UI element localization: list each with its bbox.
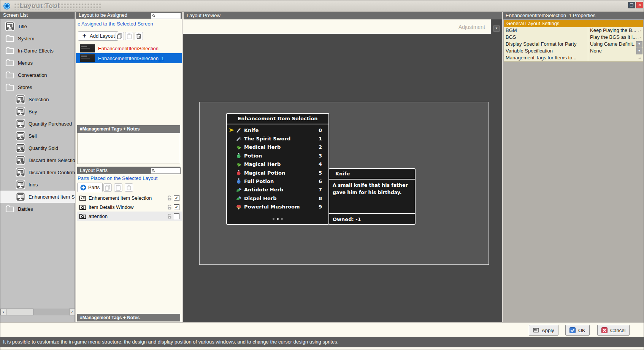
status-bar: It is possible to customize the in-game … — [0, 337, 644, 347]
sidebar-item-in-game-effects[interactable]: In-Game Effects — [0, 45, 75, 57]
parts-link[interactable]: Parts Placed on the Selected Layout — [78, 175, 181, 181]
layout-item-enhancementitemselection[interactable]: EnhancementItemSelection — [76, 43, 182, 53]
property-label: Management Tags for Items to... — [504, 54, 588, 61]
sidebar-item-label: Selection — [29, 97, 49, 102]
detail-arrow-icon[interactable]: → — [636, 27, 642, 33]
scroll-left-icon[interactable]: ‹ — [0, 309, 6, 315]
apply-button[interactable]: Apply — [529, 325, 558, 336]
sidebar-item-battles[interactable]: Battles — [0, 203, 75, 215]
x-icon — [601, 327, 608, 333]
parts-search-input[interactable] — [156, 169, 180, 173]
page-dots — [227, 214, 328, 221]
sidebar-item-label: Battles — [18, 206, 33, 212]
flask-blue-icon — [236, 178, 242, 184]
cancel-button[interactable]: Cancel — [597, 325, 630, 336]
title-bar[interactable]: Layout Tool ❐ ✕ — [0, 0, 644, 12]
layout-preview-canvas[interactable]: Enhancement Item Selection Knife0The Spi… — [183, 34, 502, 322]
property-value-text: Play the BGS as it i... — [590, 34, 637, 40]
property-value[interactable]: Play the BGS as it i...→ — [588, 34, 643, 41]
ok-button[interactable]: OK — [565, 325, 590, 336]
item-detail-window[interactable]: Knife A small knife that his father gave… — [328, 168, 416, 225]
game-item-index: 6 — [319, 178, 322, 184]
sidebar-item-label: System — [18, 36, 34, 41]
dropdown-icon[interactable]: ▼ — [636, 48, 642, 54]
screen-icon — [16, 143, 25, 153]
toolbar-overflow-icon[interactable]: ▼ — [493, 25, 500, 32]
sidebar-item-selection[interactable]: Selection — [0, 93, 75, 105]
delete-part-icon[interactable] — [125, 183, 133, 192]
assigned-search-box[interactable] — [151, 13, 181, 19]
folder-icon — [5, 58, 15, 68]
part-list-icon — [79, 195, 86, 201]
sidebar-item-system[interactable]: System — [0, 32, 75, 45]
sidebar-item-discard-item-confirm[interactable]: Discard Item Confirm — [0, 166, 75, 178]
scroll-right-icon[interactable]: › — [69, 309, 75, 315]
sidebar-item-sell[interactable]: Sell — [0, 130, 75, 142]
sidebar-item-stores[interactable]: Stores — [0, 81, 75, 93]
sidebar-item-label: Quantity Sold — [29, 145, 58, 151]
paste-part-icon[interactable] — [114, 183, 122, 192]
property-value[interactable]: → — [588, 54, 643, 61]
assigned-link[interactable]: e Assigned to the Selected Screen — [78, 21, 181, 27]
add-parts-button[interactable]: Parts — [77, 183, 103, 192]
game-item-full-potion: Full Potion6 — [227, 177, 328, 185]
assigned-search-input[interactable] — [156, 14, 181, 18]
bottom-strip — [0, 347, 644, 350]
paste-layout-icon[interactable] — [125, 32, 133, 40]
part-item-attention[interactable]: attention — [77, 212, 182, 221]
scroll-thumb[interactable] — [6, 309, 33, 315]
part-item-item-details-window[interactable]: Item Details Window✓ — [77, 202, 182, 212]
parts-search-box[interactable] — [151, 167, 181, 174]
screen-icon — [16, 107, 25, 116]
add-layout-button[interactable]: ＋ Add Layout — [78, 31, 118, 41]
screen-list-hscrollbar[interactable]: ‹ › — [0, 309, 75, 315]
page-dot — [273, 218, 274, 220]
adjustment-label: Adjustment — [458, 24, 485, 30]
sidebar-item-title[interactable]: Title — [0, 20, 75, 32]
lock-open-icon[interactable] — [167, 213, 172, 219]
copy-part-icon[interactable] — [103, 183, 112, 192]
sidebar-item-menus[interactable]: Menus — [0, 57, 75, 69]
minimize-button[interactable]: ❐ — [628, 2, 635, 8]
cursor-slot — [229, 196, 235, 200]
layout-item-enhancementitemselection-1[interactable]: EnhancementItemSelection_1 — [76, 53, 182, 63]
dropdown-icon[interactable]: ▼ — [636, 41, 642, 48]
layout-parts-label: Layout Parts — [80, 167, 108, 173]
checkbox-checked[interactable]: ✓ — [174, 195, 179, 201]
detail-arrow-icon[interactable]: → — [636, 54, 642, 61]
checkbox-checked[interactable]: ✓ — [174, 204, 179, 210]
item-selection-window[interactable]: Enhancement Item Selection Knife0The Spi… — [226, 113, 329, 225]
cursor-slot — [229, 188, 235, 192]
copy-layout-icon[interactable] — [116, 32, 124, 40]
layout-thumbnail — [80, 44, 95, 52]
game-item-index: 4 — [319, 161, 322, 167]
sidebar-item-conversation[interactable]: Conversation — [0, 69, 75, 81]
sidebar-item-quantity-sold[interactable]: Quantity Sold — [0, 142, 75, 154]
sidebar-item-discard-item-selectio[interactable]: Discard Item Selectio — [0, 154, 75, 166]
check-icon — [569, 327, 576, 333]
lock-open-icon[interactable] — [167, 204, 172, 210]
management-notes-box[interactable] — [77, 133, 180, 164]
folder-icon — [5, 70, 15, 80]
delete-layout-icon[interactable] — [135, 32, 143, 40]
checkbox-unchecked[interactable] — [174, 213, 179, 219]
sidebar-item-enhancement-item-s[interactable]: Enhancement Item S — [0, 191, 75, 203]
cancel-label: Cancel — [610, 328, 625, 333]
property-value[interactable]: Using Game Definit...▼ — [588, 41, 643, 48]
sidebar-item-quantity-purchased[interactable]: Quantity Purchased — [0, 118, 75, 130]
layout-name: EnhancementItemSelection — [98, 46, 159, 51]
properties-panel: EnhancementItemSelection_1 Properties Ge… — [503, 12, 644, 322]
close-button[interactable]: ✕ — [636, 2, 643, 8]
game-item-magical-potion: Magical Potion5 — [227, 169, 328, 177]
property-value[interactable]: Keep Playing the B...→ — [588, 27, 643, 34]
part-item-enhancement-item-selection[interactable]: Enhancement Item Selection✓ — [77, 193, 182, 202]
detail-arrow-icon[interactable]: → — [636, 34, 642, 40]
property-label: Variable Specification — [504, 48, 588, 54]
add-parts-label: Parts — [88, 185, 100, 190]
folder-icon — [5, 204, 15, 214]
property-value[interactable]: None▼ — [588, 48, 643, 54]
lock-open-icon[interactable] — [167, 195, 172, 201]
sidebar-item-inns[interactable]: Inns — [0, 178, 75, 191]
properties-section-header: General Layout Settings — [504, 20, 643, 27]
sidebar-item-buy[interactable]: Buy — [0, 105, 75, 118]
